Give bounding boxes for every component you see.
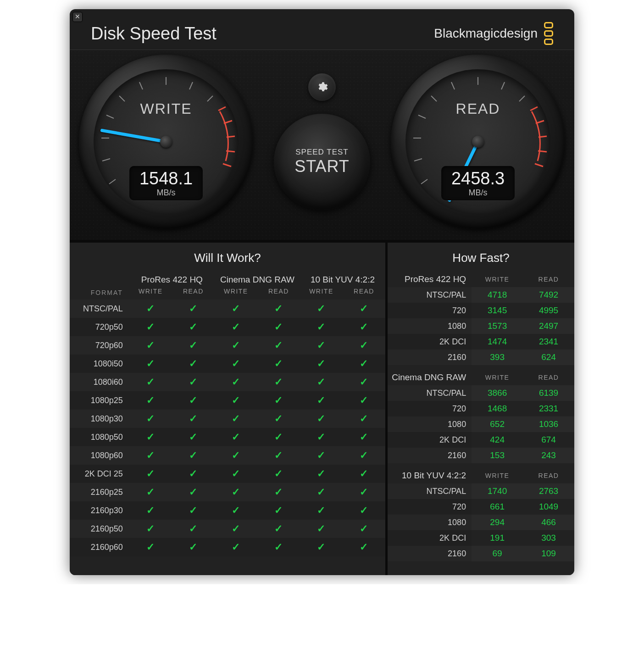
table-row: NTSC/PAL17402763 (388, 483, 574, 499)
check-cell: ✓ (257, 373, 300, 391)
write-value: 1573 (472, 318, 523, 334)
check-icon: ✓ (360, 523, 368, 534)
check-cell: ✓ (172, 355, 215, 373)
check-icon: ✓ (232, 339, 240, 351)
codec-header: Cinema DNG RAW (388, 370, 472, 385)
check-icon: ✓ (317, 394, 325, 406)
check-icon: ✓ (232, 468, 240, 479)
check-cell: ✓ (129, 538, 172, 556)
check-icon: ✓ (317, 504, 325, 516)
check-icon: ✓ (189, 376, 197, 388)
table-row: 2160p25✓✓✓✓✓✓ (70, 483, 385, 501)
write-value: 1468 (472, 401, 523, 416)
check-icon: ✓ (274, 486, 283, 498)
check-cell: ✓ (257, 355, 300, 373)
check-cell: ✓ (215, 501, 257, 520)
start-label-big: START (294, 157, 350, 176)
codec-header: ProRes 422 HQ (388, 272, 472, 287)
check-cell: ✓ (215, 520, 257, 538)
codec-header: 10 Bit YUV 4:2:2 (388, 468, 472, 483)
check-cell: ✓ (215, 373, 257, 391)
check-cell: ✓ (300, 501, 343, 520)
start-button[interactable]: SPEED TEST START (274, 114, 370, 210)
table-row: 1080p30✓✓✓✓✓✓ (70, 410, 385, 428)
check-icon: ✓ (189, 394, 197, 406)
write-value: 1474 (472, 334, 523, 349)
check-cell: ✓ (343, 299, 385, 318)
how-fast-section: 10 Bit YUV 4:2:2WRITEREADNTSC/PAL1740276… (388, 468, 574, 561)
check-cell: ✓ (343, 520, 385, 538)
check-cell: ✓ (129, 483, 172, 501)
write-value: 4718 (472, 287, 523, 303)
check-cell: ✓ (257, 446, 300, 465)
format-label: 2K DCI (388, 432, 472, 448)
check-icon: ✓ (274, 468, 283, 479)
table-row: 2160393624 (388, 349, 574, 365)
check-icon: ✓ (146, 303, 155, 314)
check-cell: ✓ (172, 538, 215, 556)
check-icon: ✓ (274, 541, 283, 553)
check-cell: ✓ (129, 299, 172, 318)
format-label: 2K DCI (388, 530, 472, 546)
table-row: 2160p60✓✓✓✓✓✓ (70, 538, 385, 556)
check-icon: ✓ (274, 431, 283, 443)
check-icon: ✓ (146, 358, 155, 369)
check-cell: ✓ (172, 520, 215, 538)
write-value: 3145 (472, 303, 523, 318)
close-button[interactable]: ✕ (72, 12, 83, 22)
check-icon: ✓ (360, 394, 368, 406)
table-row: 2160p30✓✓✓✓✓✓ (70, 501, 385, 520)
check-cell: ✓ (343, 446, 385, 465)
write-value: 153 (472, 448, 523, 463)
write-value: 191 (472, 530, 523, 546)
check-icon: ✓ (317, 358, 325, 369)
brand-logo-icon (544, 22, 553, 45)
read-value-box: 2458.3 MB/s (441, 166, 515, 200)
format-label: 1080 (388, 318, 472, 334)
check-cell: ✓ (129, 410, 172, 428)
check-icon: ✓ (232, 449, 240, 461)
table-row: 108015732497 (388, 318, 574, 334)
table-row: 1080p60✓✓✓✓✓✓ (70, 446, 385, 465)
how-fast-section: ProRes 422 HQWRITEREADNTSC/PAL4718749272… (388, 272, 574, 365)
check-cell: ✓ (343, 501, 385, 520)
table-row: 2K DCI424674 (388, 432, 574, 448)
format-label: 2K DCI (388, 334, 472, 349)
how-fast-table: 10 Bit YUV 4:2:2WRITEREADNTSC/PAL1740276… (388, 468, 574, 561)
check-icon: ✓ (360, 303, 368, 314)
check-icon: ✓ (232, 431, 240, 443)
brand: Blackmagicdesign (434, 22, 553, 45)
format-label: NTSC/PAL (70, 299, 129, 318)
settings-button[interactable] (308, 73, 336, 101)
will-it-work-panel: Will It Work? ProRes 422 HQ Cinema DNG R… (70, 243, 388, 575)
check-cell: ✓ (129, 501, 172, 520)
check-cell: ✓ (129, 520, 172, 538)
check-cell: ✓ (129, 391, 172, 410)
table-row: 72014682331 (388, 401, 574, 416)
check-icon: ✓ (360, 504, 368, 516)
check-icon: ✓ (274, 321, 283, 332)
check-cell: ✓ (343, 373, 385, 391)
write-value: 393 (472, 349, 523, 365)
format-label: 1080p30 (70, 410, 129, 428)
check-cell: ✓ (172, 501, 215, 520)
format-label: NTSC/PAL (388, 483, 472, 499)
check-icon: ✓ (146, 486, 155, 498)
write-gauge: WRITE 1548.1 MB/s (79, 55, 253, 229)
check-icon: ✓ (232, 303, 240, 314)
check-cell: ✓ (172, 299, 215, 318)
check-icon: ✓ (189, 504, 197, 516)
write-unit: MB/s (129, 188, 203, 198)
check-cell: ✓ (300, 299, 343, 318)
check-cell: ✓ (300, 483, 343, 501)
read-value: 1036 (523, 416, 574, 432)
read-value: 2341 (523, 334, 574, 349)
table-row: 2160p50✓✓✓✓✓✓ (70, 520, 385, 538)
check-icon: ✓ (189, 468, 197, 479)
format-label: 2160p30 (70, 501, 129, 520)
check-cell: ✓ (257, 318, 300, 336)
check-icon: ✓ (189, 303, 197, 314)
check-icon: ✓ (317, 541, 325, 553)
check-cell: ✓ (215, 391, 257, 410)
read-value: 2458.3 (441, 170, 515, 187)
